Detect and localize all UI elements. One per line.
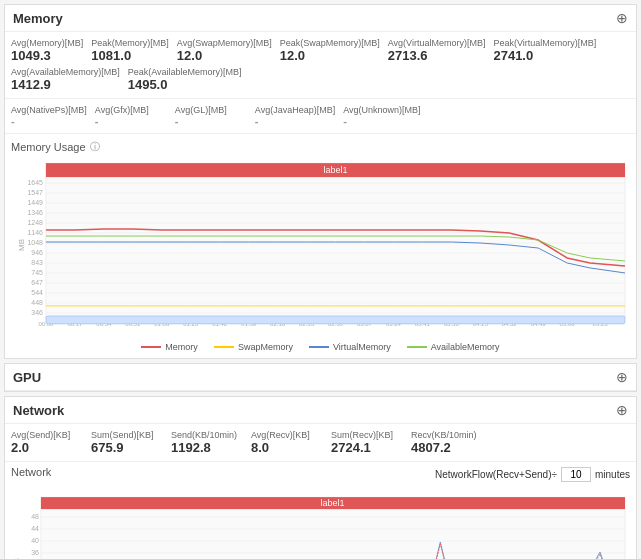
- memory-chart-container: Memory Usage ⓘ label1: [5, 134, 636, 358]
- metric-label: Avg(Memory)[MB]: [11, 38, 83, 48]
- metric-item: Send(KB/10min)1192.8: [171, 428, 251, 457]
- svg-text:946: 946: [31, 249, 43, 256]
- metric-label: Avg(NativePs)[MB]: [11, 105, 87, 115]
- legend-label: Memory: [165, 342, 198, 352]
- network-chart-container: label1 48 44 40 36 32 28: [5, 486, 636, 559]
- memory-title: Memory: [13, 11, 63, 26]
- metric-label: Avg(SwapMemory)[MB]: [177, 38, 272, 48]
- gpu-title: GPU: [13, 370, 41, 385]
- svg-text:1248: 1248: [27, 219, 43, 226]
- network-chart-header: Network NetworkFlow(Recv+Send)÷ minutes: [5, 462, 636, 486]
- metric-value: 675.9: [91, 440, 163, 455]
- legend-item: AvailableMemory: [407, 342, 500, 352]
- legend-color: [309, 346, 329, 348]
- metric-item: Peak(AvailableMemory)[MB]1495.0: [128, 65, 250, 94]
- metric-item: Avg(Memory)[MB]1049.3: [11, 36, 91, 65]
- memory-chart-wrapper: label1 1645 1547: [11, 158, 630, 338]
- network-section: Network ⊕ Avg(Send)[KB]2.0Sum(Send)[KB]6…: [4, 396, 637, 559]
- metric-label: Recv(KB/10min): [411, 430, 483, 440]
- svg-text:44: 44: [31, 525, 39, 532]
- metric-value: 1081.0: [91, 48, 169, 63]
- metric-label: Peak(AvailableMemory)[MB]: [128, 67, 242, 77]
- network-header: Network ⊕: [5, 397, 636, 424]
- metric-item: Peak(VirtualMemory)[MB]2741.0: [493, 36, 604, 65]
- metric-item: Avg(Send)[KB]2.0: [11, 428, 91, 457]
- svg-text:1645: 1645: [27, 179, 43, 186]
- memory-metrics-row2: Avg(NativePs)[MB]-Avg(Gfx)[MB]-Avg(GL)[M…: [5, 99, 636, 134]
- metric-item: Avg(VirtualMemory)[MB]2713.6: [388, 36, 494, 65]
- metric-value: 1495.0: [128, 77, 242, 92]
- metric-item: Avg(Gfx)[MB]-: [95, 103, 175, 129]
- metric-label: Avg(GL)[MB]: [175, 105, 247, 115]
- svg-text:1346: 1346: [27, 209, 43, 216]
- legend-color: [407, 346, 427, 348]
- svg-text:MB: MB: [17, 239, 26, 251]
- metric-value: 12.0: [177, 48, 272, 63]
- memory-chart-legend: MemorySwapMemoryVirtualMemoryAvailableMe…: [11, 342, 630, 352]
- metric-value: 4807.2: [411, 440, 483, 455]
- network-minutes-label: minutes: [595, 469, 630, 480]
- metric-item: Avg(Recv)[KB]8.0: [251, 428, 331, 457]
- metric-value: -: [255, 115, 335, 127]
- metric-label: Peak(Memory)[MB]: [91, 38, 169, 48]
- legend-color: [141, 346, 161, 348]
- metric-item: Avg(GL)[MB]-: [175, 103, 255, 129]
- svg-text:48: 48: [31, 513, 39, 520]
- legend-label: AvailableMemory: [431, 342, 500, 352]
- network-chart-title: Network: [11, 466, 51, 478]
- svg-text:1449: 1449: [27, 199, 43, 206]
- memory-header: Memory ⊕: [5, 5, 636, 32]
- metric-value: 1412.9: [11, 77, 120, 92]
- metric-item: Avg(AvailableMemory)[MB]1412.9: [11, 65, 128, 94]
- metric-label: Peak(VirtualMemory)[MB]: [493, 38, 596, 48]
- metric-value: 2741.0: [493, 48, 596, 63]
- memory-toggle[interactable]: ⊕: [616, 10, 628, 26]
- network-toggle[interactable]: ⊕: [616, 402, 628, 418]
- gpu-header: GPU ⊕: [5, 364, 636, 391]
- metric-item: Sum(Recv)[KB]2724.1: [331, 428, 411, 457]
- network-metrics: Avg(Send)[KB]2.0Sum(Send)[KB]675.9Send(K…: [5, 424, 636, 462]
- metric-value: 2713.6: [388, 48, 486, 63]
- svg-text:346: 346: [31, 309, 43, 316]
- metric-label: Avg(Unknown)[MB]: [343, 105, 420, 115]
- network-title: Network: [13, 403, 64, 418]
- metric-value: 8.0: [251, 440, 323, 455]
- metric-value: 1049.3: [11, 48, 83, 63]
- metric-label: Avg(AvailableMemory)[MB]: [11, 67, 120, 77]
- metric-label: Peak(SwapMemory)[MB]: [280, 38, 380, 48]
- metric-label: Avg(Recv)[KB]: [251, 430, 323, 440]
- metric-value: -: [175, 115, 247, 127]
- legend-color: [214, 346, 234, 348]
- svg-text:843: 843: [31, 259, 43, 266]
- metric-item: Sum(Send)[KB]675.9: [91, 428, 171, 457]
- legend-label: SwapMemory: [238, 342, 293, 352]
- gpu-toggle[interactable]: ⊕: [616, 369, 628, 385]
- metric-label: Send(KB/10min): [171, 430, 243, 440]
- gpu-section: GPU ⊕: [4, 363, 637, 392]
- network-flow-label: NetworkFlow(Recv+Send)÷: [435, 469, 557, 480]
- memory-metrics-row1: Avg(Memory)[MB]1049.3Peak(Memory)[MB]108…: [5, 32, 636, 99]
- svg-rect-52: [46, 316, 625, 324]
- metric-item: Avg(JavaHeap)[MB]-: [255, 103, 343, 129]
- metric-value: 12.0: [280, 48, 380, 63]
- svg-text:36: 36: [31, 549, 39, 556]
- memory-chart-svg: label1 1645 1547: [11, 158, 630, 338]
- memory-section: Memory ⊕ Avg(Memory)[MB]1049.3Peak(Memor…: [4, 4, 637, 359]
- network-chart-svg: label1 48 44 40 36 32 28: [11, 492, 630, 559]
- metric-value: 1192.8: [171, 440, 243, 455]
- metric-value: 2724.1: [331, 440, 403, 455]
- metric-item: Avg(NativePs)[MB]-: [11, 103, 95, 129]
- legend-item: VirtualMemory: [309, 342, 391, 352]
- metric-value: -: [343, 115, 420, 127]
- metric-item: Avg(Unknown)[MB]-: [343, 103, 428, 129]
- svg-text:448: 448: [31, 299, 43, 306]
- svg-text:label1: label1: [321, 498, 345, 508]
- metric-item: Peak(Memory)[MB]1081.0: [91, 36, 177, 65]
- network-minutes-input[interactable]: [561, 467, 591, 482]
- metric-item: Avg(SwapMemory)[MB]12.0: [177, 36, 280, 65]
- network-chart-wrapper: label1 48 44 40 36 32 28: [11, 492, 630, 559]
- svg-text:1547: 1547: [27, 189, 43, 196]
- svg-text:40: 40: [31, 537, 39, 544]
- metric-label: Sum(Send)[KB]: [91, 430, 163, 440]
- legend-item: SwapMemory: [214, 342, 293, 352]
